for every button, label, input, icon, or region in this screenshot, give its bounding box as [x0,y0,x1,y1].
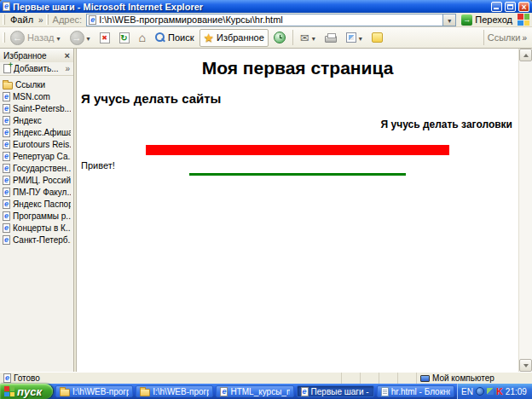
sidebar-item[interactable]: ПМ-ПУ Факул... [0,186,73,198]
ie-page-icon [3,188,10,197]
start-label: пуск [17,385,42,398]
taskbar-button-ie-active[interactable]: Первые шаги - ... [297,385,374,397]
print-icon [325,33,337,43]
minimize-button[interactable] [491,2,502,12]
ie-page-icon [301,387,309,396]
forward-button[interactable] [66,29,95,47]
add-favorite-button[interactable]: Добавить... [0,62,73,76]
ie-page-icon [3,235,10,245]
ie-page-icon [3,211,10,221]
ie-page-icon [3,223,10,233]
favorites-button[interactable]: Избранное [200,29,269,47]
print-button[interactable] [321,29,341,47]
taskbar-button-explorer-1[interactable]: I:\h\WEB-програ... [55,385,133,397]
ie-page-icon [89,15,96,25]
ie-page-icon [3,176,10,185]
messenger-icon [372,32,383,43]
chevron-down-icon [57,32,61,43]
system-tray: EN K 21:09 [457,384,532,399]
chevron-icon [65,64,70,73]
sidebar-item-links[interactable]: Ссылки [0,78,73,90]
history-icon [274,32,286,43]
close-favorites-icon[interactable] [65,51,70,61]
back-button[interactable]: Назад [6,29,65,47]
taskbar-button-explorer-2[interactable]: I:\h\WEB-програ... [136,385,213,397]
vertical-scrollbar[interactable] [518,49,532,372]
address-dropdown-button[interactable] [442,14,455,26]
ie-page-icon [3,128,10,137]
sidebar-item[interactable]: MSN.com [0,90,73,102]
windows-flag-icon [4,386,14,396]
start-button[interactable]: пуск [0,384,53,399]
arrow-down-icon [523,364,529,367]
go-arrow-icon [461,14,472,26]
maximize-button[interactable] [505,2,516,12]
home-button[interactable] [135,29,150,47]
stop-icon [100,32,110,43]
standard-toolbar: Назад Поиск Избранное [0,27,532,49]
mail-icon [300,32,309,43]
sidebar-item[interactable]: Яндекс.Афиша [0,126,73,138]
taskbar-button-html-doc[interactable]: HTML_курсы_my... [216,385,293,397]
sidebar-item[interactable]: Концерты в К... [0,222,73,234]
sidebar-item[interactable]: Программы р... [0,210,73,222]
search-icon [155,32,165,43]
page-heading-3: Я учусь делать заголовки [81,119,514,130]
taskbar-button-notepad[interactable]: hr.html - Блокнот [377,385,454,397]
chevron-down-icon [312,32,315,43]
status-pane [360,373,379,384]
security-zone-text: Мой компьютер [432,373,494,383]
sidebar-item[interactable]: Репертуар Са... [0,150,73,162]
refresh-icon [119,32,130,43]
tray-misc-icon[interactable] [487,388,494,395]
menu-file[interactable]: Файл [8,14,36,25]
scroll-up-button[interactable] [519,49,532,61]
refresh-button[interactable] [115,29,134,47]
sidebar-item[interactable]: Eurotours Reis... [0,138,73,150]
main-area: Избранное Добавить... Ссылки MSN.com Sai… [0,49,532,372]
ie-window: Первые шаги - Microsoft Internet Explore… [0,0,532,399]
address-label: Адрес: [51,14,84,25]
address-input[interactable] [99,14,440,25]
chevron-down-icon [448,14,451,25]
add-favorite-label: Добавить... [14,64,62,73]
status-pane [379,373,397,384]
folder-icon [140,389,150,396]
scroll-down-button[interactable] [519,359,532,372]
sidebar-item[interactable]: Яндекс [0,114,73,126]
back-arrow-icon [10,31,25,45]
mail-button[interactable] [296,29,320,47]
ie-page-icon [3,2,10,11]
ie-page-icon [3,92,10,101]
taskbar: пуск I:\h\WEB-програ... I:\h\WEB-програ.… [0,384,532,399]
ie-page-icon [3,152,10,161]
sidebar-item[interactable]: Яндекс Паспорт [0,198,73,210]
sidebar-item[interactable]: Saint-Petersb... [0,102,73,114]
green-horizontal-rule [189,173,406,176]
go-button[interactable]: Переход [459,14,515,26]
search-label: Поиск [168,32,194,43]
sidebar-item[interactable]: РМИЦ. Россий... [0,174,73,186]
page-content: Моя первая страница Я учусь делать сайты… [77,49,518,372]
sidebar-item[interactable]: Государствен... [0,162,73,174]
messenger-button[interactable] [367,29,387,47]
favorites-sidebar: Избранное Добавить... Ссылки MSN.com Sai… [0,49,74,372]
ie-page-icon [3,200,10,209]
favorites-list: Ссылки MSN.com Saint-Petersb... Яндекс Я… [0,76,73,246]
status-ready-text: Готово [14,373,40,383]
sidebar-item[interactable]: Санкт-Петерб... [0,234,73,246]
tray-network-icon[interactable] [476,387,484,396]
menu-overflow-chevron-icon[interactable] [38,14,43,25]
search-button[interactable]: Поиск [151,29,198,47]
language-indicator[interactable]: EN [461,387,473,396]
html-doc-icon [220,387,228,396]
close-button[interactable]: × [518,2,529,12]
kaspersky-tray-icon[interactable]: K [496,387,503,396]
stop-button[interactable] [95,29,114,47]
clock[interactable]: 21:09 [506,387,527,396]
history-button[interactable] [269,29,290,47]
security-zone-pane: Мой компьютер [416,373,532,384]
ie-page-icon [3,140,10,149]
edit-button[interactable] [342,29,367,47]
links-toolbar[interactable]: Ссылки [479,30,529,45]
